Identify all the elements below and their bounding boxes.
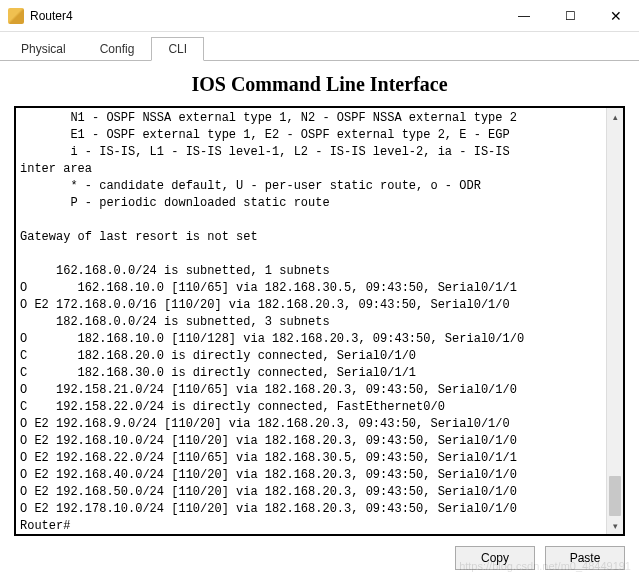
tab-cli[interactable]: CLI: [151, 37, 204, 61]
watermark: https://blog.csdn.net/m0_48449191: [459, 560, 631, 572]
minimize-button[interactable]: ―: [501, 0, 547, 31]
maximize-button[interactable]: ☐: [547, 0, 593, 31]
scroll-thumb[interactable]: [609, 476, 621, 516]
window-title: Router4: [30, 9, 501, 23]
terminal-container: N1 - OSPF NSSA external type 1, N2 - OSP…: [14, 106, 625, 536]
tab-config[interactable]: Config: [83, 37, 152, 61]
terminal-output[interactable]: N1 - OSPF NSSA external type 1, N2 - OSP…: [16, 108, 606, 534]
scrollbar[interactable]: ▴ ▾: [606, 108, 623, 534]
router-icon: [8, 8, 24, 24]
scroll-up-icon[interactable]: ▴: [607, 108, 623, 125]
close-button[interactable]: ✕: [593, 0, 639, 31]
tab-bar: Physical Config CLI: [0, 32, 639, 61]
window-controls: ― ☐ ✕: [501, 0, 639, 31]
scroll-down-icon[interactable]: ▾: [607, 517, 623, 534]
tab-physical[interactable]: Physical: [4, 37, 83, 61]
page-title: IOS Command Line Interface: [0, 61, 639, 106]
titlebar: Router4 ― ☐ ✕: [0, 0, 639, 32]
